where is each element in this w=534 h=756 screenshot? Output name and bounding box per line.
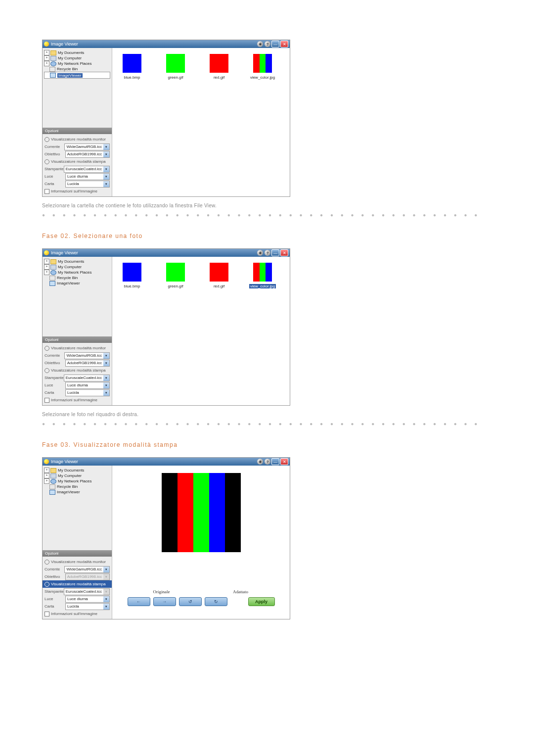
tree-node-my-computer[interactable]: +My Computer: [44, 264, 110, 270]
separator: ● ● ● ● ● ● ● ● ● ● ● ● ● ● ● ● ● ● ● ● …: [42, 212, 534, 218]
thumb-viewcolor-selected[interactable]: view_color.jpg: [248, 263, 277, 288]
image-info-check[interactable]: Informazioni sull'immagine: [44, 610, 110, 617]
options-panel: Visualizzatore modalità monitor Corrente…: [43, 134, 112, 196]
preview-image: [162, 473, 241, 552]
prev-button[interactable]: ←: [128, 597, 150, 606]
options-header: Opzioni: [43, 550, 112, 557]
minimize-button[interactable]: —: [271, 249, 279, 256]
folder-tree[interactable]: +My Documents +My Computer +My Network P…: [43, 257, 112, 288]
separator: ● ● ● ● ● ● ● ● ● ● ● ● ● ● ● ● ● ● ● ● …: [42, 421, 534, 426]
minimize-button[interactable]: —: [271, 458, 279, 465]
thumb-green[interactable]: green.gif: [161, 54, 190, 80]
thumbnail-area: blue.bmp green.gif red.gif view_color.jp…: [112, 48, 290, 196]
printer-select[interactable]: EuroscaleCoated.icc▾: [64, 166, 110, 173]
thumb-red[interactable]: red.gif: [204, 263, 234, 288]
monitor-mode-radio[interactable]: Visualizzatore modalità monitor: [44, 344, 110, 352]
image-viewer-window-1: Image Viewer ✳ ? — ✕ +My Documents +My C…: [42, 40, 290, 197]
tree-node-imageviewer[interactable]: ImageViewer: [44, 72, 110, 79]
light-select[interactable]: Luce diurna▾: [65, 596, 110, 603]
print-mode-radio[interactable]: Visualizzatore modalità stampa: [44, 158, 110, 165]
caption-1: Selezionare la cartella che contiene le …: [42, 203, 534, 208]
phase-3-heading: Fase 03. Visualizzatore modalità stampa: [42, 441, 534, 448]
current-select[interactable]: WideGamutRGB.icc▾: [64, 566, 110, 573]
titlebar[interactable]: Image Viewer ✳ ? — ✕: [43, 249, 290, 257]
print-mode-radio-selected[interactable]: Visualizzatore modalità stampa: [43, 580, 112, 588]
image-viewer-window-2: Image Viewer ✳ ? — ✕ +My Documents +My C…: [42, 248, 290, 406]
tree-node-imageviewer[interactable]: ImageViewer: [44, 489, 110, 495]
tree-node-my-network[interactable]: +My Network Places: [44, 61, 110, 66]
help-icon[interactable]: ?: [265, 41, 270, 47]
paper-select[interactable]: Lucida▾: [65, 389, 110, 396]
close-button[interactable]: ✕: [280, 41, 288, 47]
apply-button[interactable]: Apply: [248, 597, 275, 606]
app-icon: [44, 459, 49, 464]
tree-node-imageviewer[interactable]: ImageViewer: [44, 281, 110, 286]
tree-node-my-network[interactable]: +My Network Places: [44, 478, 110, 484]
window-title: Image Viewer: [51, 459, 78, 464]
light-select[interactable]: Luce diurna▾: [65, 382, 110, 389]
caption-2: Selezionare le foto nel riquadro di dest…: [42, 412, 534, 417]
sidebar: +My Documents +My Computer +My Network P…: [43, 48, 112, 196]
titlebar[interactable]: Image Viewer ✳ ? — ✕: [43, 40, 290, 48]
app-icon: [44, 42, 49, 47]
image-info-check[interactable]: Informazioni sull'immagine: [44, 396, 110, 404]
tree-node-recycle-bin[interactable]: Recycle Bin: [44, 275, 110, 281]
thumb-green[interactable]: green.gif: [161, 263, 190, 288]
light-label: Luce: [44, 174, 65, 179]
close-button[interactable]: ✕: [280, 249, 288, 256]
tree-node-recycle-bin[interactable]: Recycle Bin: [44, 484, 110, 489]
monitor-mode-radio[interactable]: Visualizzatore modalità monitor: [44, 558, 110, 566]
tree-node-my-documents[interactable]: +My Documents: [44, 259, 110, 264]
folder-tree[interactable]: +My Documents +My Computer +My Network P…: [43, 466, 112, 497]
paper-label: Carta: [44, 182, 65, 186]
help-icon[interactable]: ?: [265, 459, 270, 465]
options-header: Opzioni: [43, 336, 112, 343]
label-original: Originale: [122, 589, 201, 594]
app-icon: [44, 250, 49, 255]
preview-area: Originale Adattato ← → ↺ ↻ Apply: [112, 466, 290, 624]
target-select-disabled: AdobeRGB1998.icc▾: [65, 573, 110, 580]
tree-node-my-computer[interactable]: +My Computer: [44, 55, 110, 61]
next-button[interactable]: →: [153, 597, 176, 606]
paper-select[interactable]: Lucida▾: [65, 603, 110, 610]
printer-select[interactable]: EuroscaleCoated.icc▾: [64, 588, 110, 595]
close-button[interactable]: ✕: [280, 458, 288, 465]
current-label: Corrente: [44, 144, 64, 149]
target-select[interactable]: AdobeRGB1998.icc▾: [65, 151, 110, 158]
image-info-check[interactable]: Informazioni sull'immagine: [44, 188, 110, 195]
tree-node-my-computer[interactable]: +My Computer: [44, 473, 110, 478]
thumb-blue[interactable]: blue.bmp: [117, 54, 147, 80]
minimize-button[interactable]: —: [271, 41, 279, 47]
label-adapted: Adattato: [201, 589, 280, 594]
help-icon[interactable]: ?: [265, 250, 270, 256]
current-select[interactable]: WideGamutRGB.icc▾: [64, 143, 110, 150]
settings-icon[interactable]: ✳: [257, 250, 263, 256]
tree-node-my-documents[interactable]: +My Documents: [44, 50, 110, 55]
settings-icon[interactable]: ✳: [257, 459, 263, 465]
tree-node-my-network[interactable]: +My Network Places: [44, 270, 110, 275]
current-select[interactable]: WideGamutRGB.icc▾: [64, 352, 110, 359]
tree-node-my-documents[interactable]: +My Documents: [44, 468, 110, 473]
target-select[interactable]: AdobeRGB1998.icc▾: [65, 360, 110, 367]
image-viewer-window-3: Image Viewer ✳ ? — ✕ +My Documents +My C…: [42, 457, 290, 619]
light-select[interactable]: Luce diurna▾: [65, 173, 110, 180]
rotate-right-button[interactable]: ↻: [205, 597, 227, 606]
thumb-blue[interactable]: blue.bmp: [117, 263, 147, 288]
window-title: Image Viewer: [51, 42, 78, 47]
rotate-left-button[interactable]: ↺: [179, 597, 202, 606]
settings-icon[interactable]: ✳: [257, 41, 263, 47]
paper-select[interactable]: Lucida▾: [65, 181, 110, 188]
phase-2-heading: Fase 02. Selezionare una foto: [42, 233, 534, 239]
thumb-viewcolor[interactable]: view_color.jpg: [248, 54, 277, 80]
print-mode-radio[interactable]: Visualizzatore modalità stampa: [44, 367, 110, 374]
target-label: Obiettivo: [44, 152, 65, 156]
titlebar[interactable]: Image Viewer ✳ ? — ✕: [43, 458, 290, 466]
tree-node-recycle-bin[interactable]: Recycle Bin: [44, 66, 110, 72]
printer-label: Stampante: [44, 167, 64, 171]
options-header: Opzioni: [43, 128, 112, 134]
printer-select[interactable]: EuroscaleCoated.icc▾: [64, 375, 110, 381]
preview-toolbar: ← → ↺ ↻ Apply: [128, 597, 275, 606]
thumb-red[interactable]: red.gif: [204, 54, 234, 80]
monitor-mode-radio[interactable]: Visualizzatore modalità monitor: [44, 136, 110, 143]
folder-tree[interactable]: +My Documents +My Computer +My Network P…: [43, 48, 112, 81]
